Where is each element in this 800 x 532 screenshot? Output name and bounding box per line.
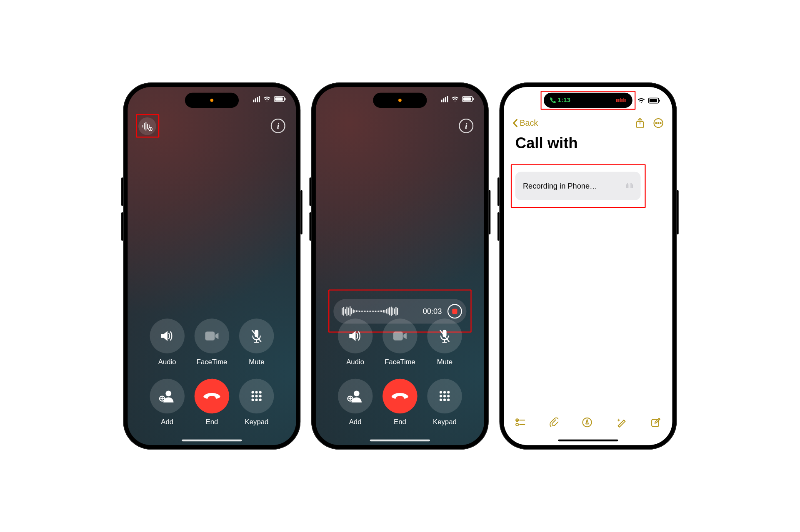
svg-rect-7 — [205, 331, 215, 340]
stop-icon — [452, 309, 457, 314]
end-call-icon — [391, 392, 409, 400]
attachment-label: Recording in Phone… — [523, 181, 620, 190]
dynamic-island — [185, 93, 239, 108]
audio-button[interactable]: Audio — [150, 318, 185, 366]
add-label: Add — [349, 418, 362, 426]
svg-point-20 — [252, 398, 254, 401]
cellular-icon — [441, 96, 448, 102]
audio-label: Audio — [158, 358, 176, 366]
share-icon[interactable] — [635, 118, 644, 129]
battery-icon — [274, 96, 285, 102]
mute-label: Mute — [249, 358, 264, 366]
svg-point-17 — [252, 395, 254, 397]
call-info-button[interactable]: i — [271, 119, 285, 133]
markup-icon[interactable] — [582, 417, 592, 427]
svg-point-43 — [660, 122, 661, 124]
call-controls: Audio FaceTime Mute Add End — [316, 318, 484, 426]
svg-point-16 — [259, 391, 262, 393]
status-bar — [441, 96, 473, 102]
notes-navbar: Back — [504, 113, 672, 133]
svg-point-41 — [655, 122, 657, 124]
add-person-icon — [347, 389, 364, 403]
svg-point-33 — [440, 395, 442, 397]
waveform-mini-icon: ılıllı — [625, 182, 633, 189]
end-call-button[interactable]: End — [382, 379, 418, 426]
home-indicator[interactable] — [558, 439, 618, 441]
home-indicator[interactable] — [182, 439, 242, 441]
effects-icon[interactable] — [616, 417, 627, 428]
phone-icon — [550, 97, 556, 103]
battery-icon — [648, 98, 659, 104]
keypad-button[interactable]: Keypad — [428, 379, 462, 426]
svg-point-26 — [354, 390, 360, 396]
note-title: Call with — [515, 134, 578, 152]
call-info-button[interactable]: i — [459, 119, 473, 133]
end-call-button[interactable]: End — [195, 379, 230, 426]
wifi-icon — [638, 98, 645, 104]
mute-button[interactable]: Mute — [428, 318, 462, 366]
dynamic-island-active-call[interactable]: 1:13 ıııılıılıı — [544, 93, 632, 108]
facetime-button[interactable]: FaceTime — [195, 318, 230, 366]
keypad-icon — [438, 390, 451, 402]
svg-point-36 — [440, 398, 442, 401]
facetime-icon — [392, 330, 408, 341]
svg-point-46 — [516, 423, 518, 426]
cellular-icon — [253, 96, 260, 102]
status-bar — [253, 96, 285, 102]
svg-point-31 — [443, 391, 446, 393]
svg-rect-23 — [393, 331, 403, 340]
camera-dot-icon — [210, 99, 214, 102]
stop-recording-button[interactable] — [448, 304, 462, 318]
home-indicator[interactable] — [370, 439, 430, 441]
svg-point-15 — [255, 391, 258, 393]
facetime-icon — [204, 330, 220, 341]
phone-frame-2: i 00:03 Audio FaceTime — [311, 82, 489, 450]
notes-toolbar — [504, 412, 672, 433]
audio-button[interactable]: Audio — [338, 318, 373, 366]
svg-point-6 — [150, 128, 151, 129]
phone-frame-3: 1:13 ıııılıılıı Back Call with — [500, 82, 677, 450]
notes-screen: 1:13 ıııılıılıı Back Call with — [504, 87, 672, 445]
island-call-status: 1:13 — [550, 97, 570, 104]
recording-timer: 00:03 — [423, 307, 442, 316]
island-time-value: 1:13 — [558, 97, 570, 104]
more-icon[interactable] — [653, 118, 663, 128]
audio-label: Audio — [346, 358, 364, 366]
camera-dot-icon — [398, 99, 402, 102]
recording-attachment[interactable]: Recording in Phone… ılıllı — [515, 172, 641, 200]
svg-point-19 — [259, 395, 262, 397]
speaker-icon — [159, 329, 175, 343]
checklist-icon[interactable] — [515, 418, 525, 427]
mute-icon — [438, 328, 451, 343]
attachment-icon[interactable] — [549, 417, 558, 427]
back-label: Back — [520, 118, 538, 128]
end-call-icon — [203, 392, 221, 400]
svg-point-18 — [255, 395, 258, 397]
back-button[interactable]: Back — [513, 118, 538, 128]
waveform-icon — [342, 306, 417, 317]
svg-point-22 — [259, 398, 262, 401]
add-label: Add — [161, 418, 173, 426]
start-recording-button[interactable] — [138, 117, 156, 135]
add-call-button[interactable]: Add — [150, 379, 185, 426]
call-screen-recording: i 00:03 Audio FaceTime — [316, 87, 484, 445]
mute-icon — [250, 328, 263, 343]
svg-point-32 — [447, 391, 450, 393]
svg-point-30 — [440, 391, 442, 393]
mute-button[interactable]: Mute — [239, 318, 274, 366]
keypad-icon — [250, 390, 263, 402]
svg-point-10 — [165, 390, 171, 396]
call-screen: i Audio FaceTime Mute A — [128, 87, 296, 445]
phone-frame-1: i Audio FaceTime Mute A — [123, 82, 301, 450]
dynamic-island — [373, 93, 427, 108]
wifi-icon — [263, 96, 271, 102]
keypad-label: Keypad — [245, 418, 269, 426]
end-label: End — [394, 418, 406, 426]
keypad-button[interactable]: Keypad — [239, 379, 274, 426]
svg-point-14 — [252, 391, 254, 393]
facetime-button[interactable]: FaceTime — [382, 318, 418, 366]
add-call-button[interactable]: Add — [338, 379, 373, 426]
compose-icon[interactable] — [651, 417, 661, 427]
end-label: End — [206, 418, 218, 426]
svg-point-34 — [443, 395, 446, 397]
